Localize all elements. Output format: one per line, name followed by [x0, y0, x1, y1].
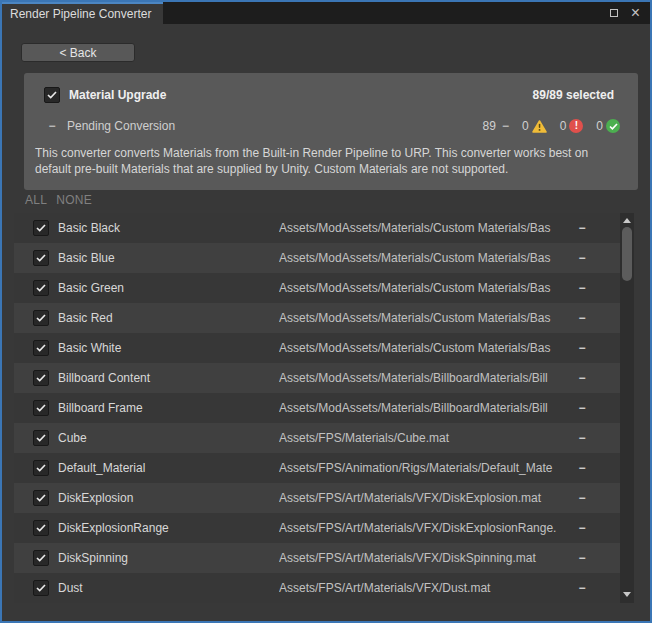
table-row[interactable]: Basic Blue Assets/ModAssets/Materials/Cu…: [14, 243, 620, 273]
material-name: Basic Black: [58, 221, 279, 235]
table-row[interactable]: Basic White Assets/ModAssets/Materials/C…: [14, 333, 620, 363]
table-row[interactable]: Billboard Content Assets/ModAssets/Mater…: [14, 363, 620, 393]
material-name: Dust: [58, 581, 279, 595]
maximize-icon[interactable]: [610, 9, 618, 17]
material-path: Assets/FPS/Art/Materials/VFX/DiskSpinnin…: [279, 551, 575, 565]
check-icon: [36, 584, 46, 592]
table-row[interactable]: Default_Material Assets/FPS/Animation/Ri…: [14, 453, 620, 483]
scroll-down-arrow[interactable]: [623, 592, 631, 597]
material-name: DiskExplosion: [58, 491, 279, 505]
material-path: Assets/ModAssets/Materials/BillboardMate…: [279, 371, 575, 385]
select-all-button[interactable]: ALL: [25, 193, 47, 207]
check-icon: [36, 344, 46, 352]
pending-dash-icon: −: [44, 119, 60, 133]
check-icon: [36, 524, 46, 532]
pending-dash-icon: −: [575, 431, 589, 445]
material-name: DiskExplosionRange: [58, 521, 279, 535]
material-path: Assets/ModAssets/Materials/Custom Materi…: [279, 281, 575, 295]
row-checkbox[interactable]: [33, 340, 49, 356]
pending-label: Pending Conversion: [67, 119, 175, 133]
success-count: 0: [596, 119, 603, 133]
select-none-button[interactable]: NONE: [56, 193, 92, 207]
scrollbar[interactable]: [620, 213, 634, 603]
success-icon: [606, 119, 620, 133]
material-name: Basic Green: [58, 281, 279, 295]
pending-dash-icon: −: [575, 251, 589, 265]
tab-render-pipeline-converter[interactable]: Render Pipeline Converter: [2, 2, 163, 24]
material-path: Assets/FPS/Materials/Cube.mat: [279, 431, 575, 445]
pending-count-dash-icon: −: [502, 119, 509, 133]
close-icon[interactable]: ×: [631, 5, 640, 21]
row-checkbox[interactable]: [33, 520, 49, 536]
check-icon: [36, 404, 46, 412]
converter-title: Material Upgrade: [69, 88, 166, 102]
row-checkbox[interactable]: [33, 580, 49, 596]
table-row[interactable]: Dust Assets/FPS/Art/Materials/VFX/Dust.m…: [14, 573, 620, 603]
render-pipeline-converter-window: Render Pipeline Converter × < Back Mater…: [0, 0, 652, 623]
converter-header-row: Material Upgrade 89/89 selected: [24, 73, 638, 103]
scroll-up-arrow[interactable]: [623, 218, 631, 223]
row-checkbox[interactable]: [33, 460, 49, 476]
selection-controls: ALL NONE: [25, 193, 92, 207]
table-row[interactable]: Basic Green Assets/ModAssets/Materials/C…: [14, 273, 620, 303]
pending-conversion-row: − Pending Conversion 89 − 0 0 ! 0: [24, 103, 638, 133]
material-path: Assets/ModAssets/Materials/Custom Materi…: [279, 341, 575, 355]
scrollbar-thumb[interactable]: [622, 227, 632, 281]
table-row[interactable]: DiskSpinning Assets/FPS/Art/Materials/VF…: [14, 543, 620, 573]
material-name: Basic Blue: [58, 251, 279, 265]
table-row[interactable]: Billboard Frame Assets/ModAssets/Materia…: [14, 393, 620, 423]
row-checkbox[interactable]: [33, 250, 49, 266]
material-path: Assets/FPS/Art/Materials/VFX/DiskExplosi…: [279, 491, 575, 505]
pending-dash-icon: −: [575, 521, 589, 535]
pending-dash-icon: −: [575, 371, 589, 385]
table-row[interactable]: DiskExplosion Assets/FPS/Art/Materials/V…: [14, 483, 620, 513]
check-icon: [47, 91, 57, 99]
pending-dash-icon: −: [575, 221, 589, 235]
check-icon: [36, 254, 46, 262]
table-row[interactable]: DiskExplosionRange Assets/FPS/Art/Materi…: [14, 513, 620, 543]
selected-count: 89/89 selected: [533, 88, 614, 102]
menu-icon[interactable]: [593, 6, 597, 20]
material-path: Assets/ModAssets/Materials/Custom Materi…: [279, 311, 575, 325]
converter-description: This converter converts Materials from t…: [24, 133, 638, 177]
pending-dash-icon: −: [575, 461, 589, 475]
warning-count: 0: [522, 119, 529, 133]
check-icon: [36, 494, 46, 502]
error-icon: !: [569, 119, 583, 133]
material-path: Assets/ModAssets/Materials/Custom Materi…: [279, 251, 575, 265]
material-path: Assets/ModAssets/Materials/BillboardMate…: [279, 401, 575, 415]
pending-count: 89: [483, 119, 496, 133]
title-bar: Render Pipeline Converter ×: [2, 2, 650, 24]
pending-dash-icon: −: [575, 341, 589, 355]
pending-dash-icon: −: [575, 581, 589, 595]
row-checkbox[interactable]: [33, 370, 49, 386]
row-checkbox[interactable]: [33, 490, 49, 506]
material-list: Basic Black Assets/ModAssets/Materials/C…: [14, 213, 620, 603]
check-icon: [36, 464, 46, 472]
material-name: Basic Red: [58, 311, 279, 325]
pending-dash-icon: −: [575, 551, 589, 565]
pending-dash-icon: −: [575, 401, 589, 415]
material-upgrade-checkbox[interactable]: [44, 87, 60, 103]
check-icon: [36, 554, 46, 562]
check-icon: [36, 434, 46, 442]
table-row[interactable]: Basic Black Assets/ModAssets/Materials/C…: [14, 213, 620, 243]
material-path: Assets/FPS/Art/Materials/VFX/Dust.mat: [279, 581, 575, 595]
material-path: Assets/ModAssets/Materials/Custom Materi…: [279, 221, 575, 235]
window-body: < Back Material Upgrade 89/89 selected −…: [2, 24, 650, 621]
row-checkbox[interactable]: [33, 550, 49, 566]
back-button[interactable]: < Back: [21, 43, 135, 62]
row-checkbox[interactable]: [33, 310, 49, 326]
row-checkbox[interactable]: [33, 400, 49, 416]
row-checkbox[interactable]: [33, 430, 49, 446]
row-checkbox[interactable]: [33, 280, 49, 296]
check-icon: [36, 374, 46, 382]
table-row[interactable]: Cube Assets/FPS/Materials/Cube.mat −: [14, 423, 620, 453]
material-path: Assets/FPS/Art/Materials/VFX/DiskExplosi…: [279, 521, 575, 535]
material-name: DiskSpinning: [58, 551, 279, 565]
titlebar-icons: ×: [593, 2, 650, 24]
pending-dash-icon: −: [575, 281, 589, 295]
error-count: 0: [560, 119, 567, 133]
table-row[interactable]: Basic Red Assets/ModAssets/Materials/Cus…: [14, 303, 620, 333]
row-checkbox[interactable]: [33, 220, 49, 236]
